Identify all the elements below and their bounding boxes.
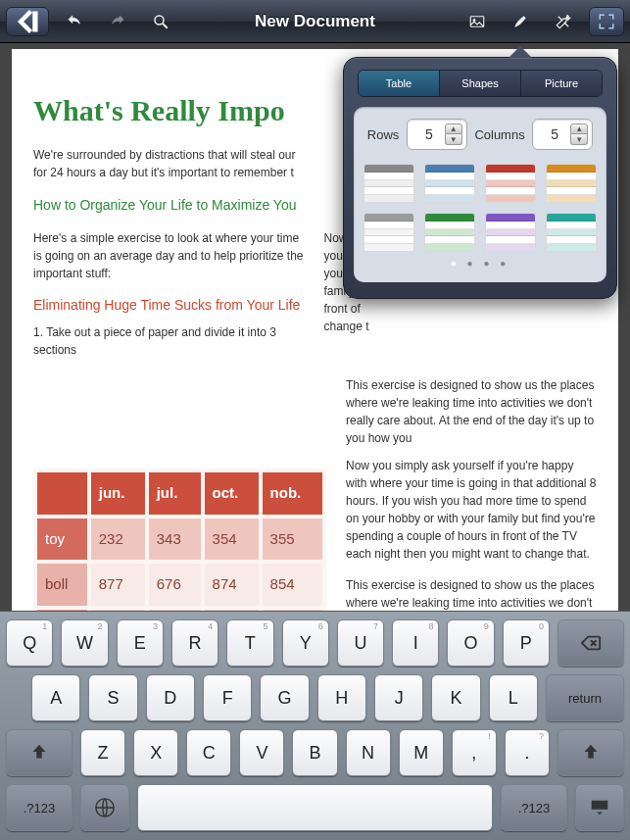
paragraph[interactable]: This exercise is designed to show us the… bbox=[346, 376, 597, 447]
table-style-option[interactable] bbox=[363, 164, 414, 203]
table-header-cell[interactable] bbox=[37, 472, 87, 515]
key-s[interactable]: S bbox=[88, 674, 137, 721]
backspace-key[interactable] bbox=[557, 619, 624, 667]
columns-stepper[interactable]: 5 ▲ ▼ bbox=[532, 119, 593, 150]
top-toolbar: New Document bbox=[0, 0, 630, 43]
table-cell[interactable]: 874 bbox=[205, 564, 259, 606]
rows-value: 5 bbox=[419, 126, 439, 142]
key-u[interactable]: U7 bbox=[337, 619, 384, 667]
key-h[interactable]: H bbox=[317, 674, 366, 721]
key-r[interactable]: R4 bbox=[171, 619, 218, 667]
key-y[interactable]: Y6 bbox=[282, 619, 329, 667]
numbers-key-left[interactable]: .?123 bbox=[6, 784, 73, 831]
key-q[interactable]: Q1 bbox=[6, 619, 53, 667]
table-cell[interactable]: 854 bbox=[263, 564, 322, 606]
table-header-cell[interactable]: oct. bbox=[205, 472, 259, 515]
table-row-header[interactable]: boll bbox=[37, 564, 87, 606]
table-style-option[interactable] bbox=[546, 164, 597, 203]
key-i[interactable]: I8 bbox=[392, 619, 439, 667]
subheading[interactable]: Eliminating Huge Time Sucks from Your Li… bbox=[33, 296, 307, 314]
table-header-cell[interactable]: nob. bbox=[263, 472, 322, 515]
globe-key[interactable] bbox=[80, 784, 129, 831]
key-w[interactable]: W2 bbox=[61, 619, 108, 667]
back-button[interactable] bbox=[6, 7, 49, 36]
format-brush-button[interactable] bbox=[501, 6, 540, 37]
popover-panel: Rows 5 ▲ ▼ Columns 5 ▲ ▼ ● ● ● ● bbox=[354, 107, 606, 282]
table-style-option[interactable] bbox=[485, 164, 536, 203]
redo-button[interactable] bbox=[98, 6, 137, 37]
key-period[interactable]: .? bbox=[505, 729, 550, 776]
tab-shapes[interactable]: Shapes bbox=[440, 71, 521, 96]
table-row-header[interactable]: toy bbox=[37, 519, 87, 561]
paragraph[interactable]: 1. Take out a piece of paper and divide … bbox=[33, 323, 307, 359]
table-style-option[interactable] bbox=[424, 164, 475, 203]
table-style-option[interactable] bbox=[546, 213, 597, 252]
key-v[interactable]: V bbox=[239, 729, 284, 776]
table-cell[interactable]: 232 bbox=[91, 519, 145, 561]
return-key[interactable]: return bbox=[546, 674, 624, 721]
key-z[interactable]: Z bbox=[80, 729, 125, 776]
table-style-option[interactable] bbox=[485, 213, 536, 252]
key-a[interactable]: A bbox=[31, 674, 80, 721]
table-cell[interactable]: 355 bbox=[263, 519, 322, 561]
key-k[interactable]: K bbox=[431, 674, 480, 721]
table-cell[interactable]: 676 bbox=[149, 564, 201, 606]
fullscreen-button[interactable] bbox=[589, 7, 624, 36]
search-button[interactable] bbox=[141, 6, 180, 37]
columns-label: Columns bbox=[474, 127, 524, 142]
paragraph[interactable]: Now you simply ask yourself if you're ha… bbox=[346, 457, 597, 563]
tools-button[interactable] bbox=[544, 6, 583, 37]
key-d[interactable]: D bbox=[146, 674, 195, 721]
key-x[interactable]: X bbox=[133, 729, 178, 776]
page-dots[interactable]: ● ● ● ● bbox=[363, 258, 597, 269]
table-style-option[interactable] bbox=[424, 213, 475, 252]
table-cell[interactable]: 354 bbox=[205, 519, 259, 561]
key-t[interactable]: T5 bbox=[226, 619, 273, 667]
key-e[interactable]: E3 bbox=[117, 619, 164, 667]
space-key[interactable] bbox=[137, 784, 493, 831]
hide-keyboard-key[interactable] bbox=[575, 784, 624, 831]
insert-popover: Table Shapes Picture Rows 5 ▲ ▼ Columns … bbox=[343, 57, 617, 299]
key-m[interactable]: M bbox=[399, 729, 444, 776]
rows-decrement[interactable]: ▼ bbox=[445, 134, 462, 145]
columns-decrement[interactable]: ▼ bbox=[570, 134, 588, 145]
svg-point-1 bbox=[155, 16, 164, 25]
table-cell[interactable]: 877 bbox=[91, 564, 145, 606]
table-style-option[interactable] bbox=[363, 213, 414, 252]
columns-value: 5 bbox=[545, 126, 564, 142]
table-styles-grid bbox=[363, 164, 597, 252]
rows-label: Rows bbox=[367, 127, 400, 142]
table-header-cell[interactable]: jul. bbox=[149, 472, 201, 515]
shift-key-left[interactable] bbox=[6, 729, 73, 776]
table-cell[interactable]: 343 bbox=[149, 519, 201, 561]
key-p[interactable]: P0 bbox=[503, 619, 550, 667]
key-c[interactable]: C bbox=[186, 729, 231, 776]
key-l[interactable]: L bbox=[489, 674, 538, 721]
shift-key-right[interactable] bbox=[557, 729, 624, 776]
table-header-cell[interactable]: jun. bbox=[91, 472, 145, 515]
svg-line-2 bbox=[163, 24, 168, 28]
key-g[interactable]: G bbox=[260, 674, 309, 721]
key-n[interactable]: N bbox=[346, 729, 391, 776]
tab-picture[interactable]: Picture bbox=[521, 71, 602, 96]
key-b[interactable]: B bbox=[292, 729, 337, 776]
key-comma[interactable]: ,! bbox=[452, 729, 497, 776]
key-j[interactable]: J bbox=[374, 674, 423, 721]
paragraph[interactable]: Here's a simple exercise to look at wher… bbox=[33, 229, 307, 282]
popover-tabs: Table Shapes Picture bbox=[358, 70, 603, 97]
rows-increment[interactable]: ▲ bbox=[445, 124, 462, 134]
columns-increment[interactable]: ▲ bbox=[570, 124, 588, 134]
tab-table[interactable]: Table bbox=[359, 71, 440, 96]
key-o[interactable]: O9 bbox=[447, 619, 494, 667]
rows-stepper[interactable]: 5 ▲ ▼ bbox=[407, 119, 467, 150]
key-f[interactable]: F bbox=[203, 674, 252, 721]
svg-rect-0 bbox=[32, 11, 37, 31]
insert-image-button[interactable] bbox=[458, 6, 497, 37]
undo-button[interactable] bbox=[55, 6, 94, 37]
numbers-key-right[interactable]: .?123 bbox=[501, 784, 567, 831]
onscreen-keyboard: Q1W2E3R4T5Y6U7I8O9P0 ASDFGHJKLreturn ZXC… bbox=[0, 611, 630, 840]
